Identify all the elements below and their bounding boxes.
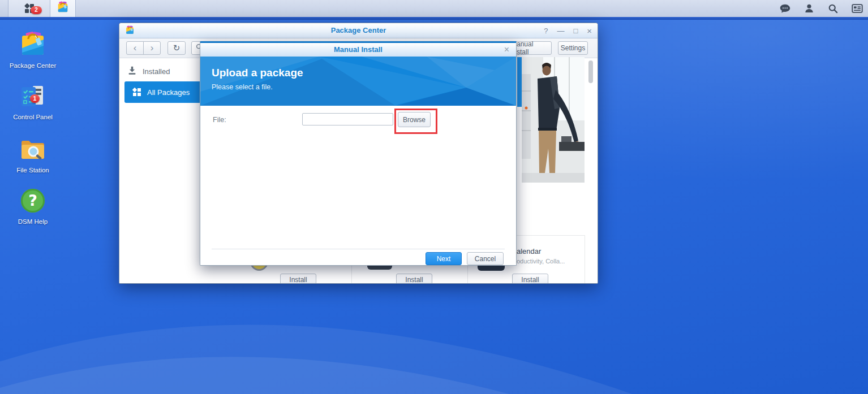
minimize-icon[interactable]: — (557, 27, 564, 34)
manual-install-label: Manual Install (511, 40, 551, 56)
chat-icon[interactable] (779, 3, 791, 15)
dialog-titlebar[interactable]: Manual Install × (200, 43, 516, 57)
taskbar: 2 (0, 0, 868, 17)
close-icon[interactable]: × (587, 27, 592, 35)
close-icon[interactable]: × (504, 45, 509, 55)
desktop-icon-label: File Station (6, 167, 60, 174)
next-label: Next (437, 255, 451, 263)
card-separator (585, 235, 585, 284)
scrollbar-thumb[interactable] (588, 60, 593, 83)
file-path-input[interactable] (302, 113, 393, 125)
pilot-view-icon[interactable] (851, 2, 863, 15)
banner-subheading: Please select a file. (212, 83, 273, 91)
window-title: Package Center (119, 26, 598, 34)
browse-button[interactable]: Browse (398, 112, 431, 127)
question-mark-glyph: ? (28, 192, 37, 209)
installed-download-icon (127, 66, 137, 77)
main-menu-button[interactable]: 2 (8, 0, 50, 17)
next-button[interactable]: Next (426, 252, 462, 265)
chevron-left-icon: ‹ (134, 43, 137, 53)
install-button[interactable]: Install (396, 274, 432, 284)
desktop-icon-label: DSM Help (6, 218, 60, 226)
taskbar-accent-strip (0, 17, 868, 20)
window-titlebar[interactable]: Package Center ? — □ × (119, 23, 598, 38)
package-card-title-fragment: alendar (517, 247, 541, 256)
banner-heading: Upload a package (212, 67, 303, 79)
package-center-icon (19, 31, 46, 60)
forward-button[interactable]: › (143, 41, 161, 55)
settings-button[interactable]: Settings (558, 41, 588, 55)
install-button[interactable]: Install (512, 274, 548, 284)
dialog-banner: Upload a package Please select a file. (200, 57, 516, 106)
desktop-icon-label: Control Panel (6, 114, 60, 121)
desktop-icon-label: Package Center (6, 62, 60, 70)
chevron-right-icon: › (151, 43, 154, 53)
browse-label: Browse (403, 116, 426, 124)
control-panel-icon: 1 (19, 83, 46, 112)
package-card-subtitle-fragment: oductivity, Colla... (517, 258, 565, 265)
sidebar-item-installed[interactable]: Installed (127, 66, 170, 77)
package-center-bag-icon (57, 1, 69, 16)
banner-polygon-art (200, 57, 516, 106)
desktop-icon-package-center[interactable]: Package Center (6, 31, 60, 70)
dialog-title: Manual Install (200, 45, 516, 54)
install-label: Install (521, 276, 539, 284)
manual-install-dialog: Manual Install × Upload a package Please… (200, 41, 517, 266)
desktop-icon-dsm-help[interactable]: ? DSM Help (6, 187, 60, 226)
main-menu-badge: 2 (31, 6, 42, 14)
desktop-icon-control-panel[interactable]: 1 Control Panel (6, 83, 60, 121)
install-button[interactable]: Install (280, 274, 316, 284)
refresh-button[interactable]: ↻ (167, 41, 186, 55)
help-icon[interactable]: ? (544, 27, 548, 34)
sidebar-item-label: Installed (143, 67, 170, 76)
window-controls: ? — □ × (544, 23, 592, 38)
maximize-icon[interactable]: □ (573, 27, 578, 34)
featured-photo (522, 57, 585, 183)
dsm-help-icon: ? (19, 187, 46, 217)
desktop-icon-file-station[interactable]: File Station (6, 136, 60, 174)
file-label: File: (213, 116, 226, 124)
refresh-icon: ↻ (173, 43, 181, 53)
sidebar-item-label: All Packages (147, 88, 190, 97)
settings-label: Settings (561, 44, 585, 52)
taskbar-tray (779, 0, 863, 17)
all-packages-grid-icon (132, 88, 141, 97)
install-label: Install (289, 276, 307, 284)
back-button[interactable]: ‹ (126, 41, 144, 55)
control-panel-badge: 1 (30, 94, 40, 103)
user-icon[interactable] (803, 3, 815, 14)
cancel-label: Cancel (475, 255, 496, 263)
install-label: Install (405, 276, 423, 284)
file-station-icon (19, 136, 46, 165)
dialog-footer-divider (212, 249, 505, 249)
taskbar-package-center-button[interactable] (50, 0, 76, 17)
cancel-button[interactable]: Cancel (467, 252, 504, 265)
search-icon[interactable] (827, 3, 839, 14)
